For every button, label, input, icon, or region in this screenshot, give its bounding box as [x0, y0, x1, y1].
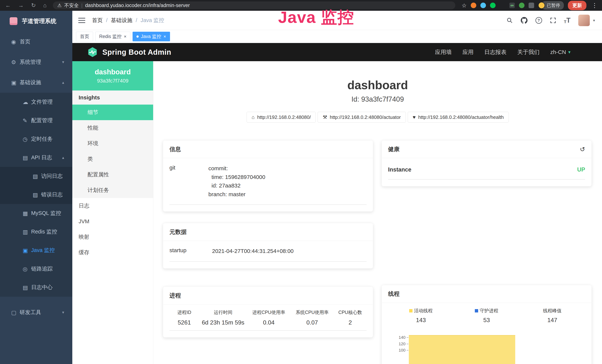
profile-avatar[interactable]	[538, 2, 545, 9]
instance-link-actuator[interactable]: ⚒ http://192.168.0.2:48080/actuator	[318, 112, 406, 123]
browser-nav-controls: ← → ↻ ⌂	[3, 3, 46, 8]
avatar[interactable]	[578, 15, 590, 26]
sidebar-item-scheduled-tasks[interactable]: ◷ 定时任务	[0, 130, 72, 148]
sba-nav-applications[interactable]: 应用	[462, 48, 473, 56]
forward-icon[interactable]: →	[18, 3, 24, 8]
sidebar-item-file-mgmt[interactable]: ☁ 文件管理	[0, 93, 72, 111]
sidebar-item-redis-monitor[interactable]: ▥ Redis 监控	[0, 223, 72, 241]
sidebar-item-dev-tools[interactable]: ▢ 研发工具 ▾	[0, 302, 72, 323]
sba-item-details[interactable]: 细节	[72, 105, 153, 120]
sba-app-header[interactable]: dashboard 93a3fc7f7409	[72, 61, 153, 90]
extension-icon-grid[interactable]	[500, 3, 505, 8]
extension-icon-2[interactable]	[480, 3, 486, 8]
wrench-icon: ⚒	[322, 114, 327, 120]
tab-redis-monitor[interactable]: Redis 监控 ×	[95, 32, 130, 41]
clock-icon: ◷	[23, 136, 31, 142]
sba-nav-wallboard[interactable]: 应用墙	[435, 48, 452, 56]
hamburger-icon[interactable]	[78, 18, 85, 23]
document-icon: ▤	[23, 284, 31, 291]
bookmark-star-icon[interactable]: ☆	[462, 2, 467, 9]
sba-nav-journal[interactable]: 日志报表	[484, 48, 506, 56]
history-icon[interactable]: ↺	[580, 146, 585, 153]
sidebar-item-config-mgmt[interactable]: ✎ 配置管理	[0, 111, 72, 130]
log-icon: ▨	[33, 192, 41, 198]
help-icon[interactable]: ?	[536, 17, 542, 24]
chevron-down-icon: ▾	[62, 60, 64, 64]
sidebar-item-trace[interactable]: ◎ 链路追踪	[0, 260, 72, 278]
sba-locale-select[interactable]: zh-CN ▾	[550, 49, 570, 55]
address-bar[interactable]: ⚠ 不安全 | dashboard.yudao.iocoder.cn/infra…	[53, 1, 455, 9]
search-icon[interactable]	[506, 17, 513, 23]
refresh-icon[interactable]: ↻	[31, 3, 36, 8]
threads-legend: 活动线程 143 守护进程 53 线程峰值 14	[388, 308, 585, 324]
extension-icon-proxy[interactable]: on	[509, 3, 515, 8]
tab-close-icon[interactable]: ×	[163, 34, 166, 39]
sidebar-menu: ◉ 首页 ⚙ 系统管理 ▾ ▣ 基础设施 ▴ ☁ 文件管理 ✎ 配置管理	[0, 32, 72, 323]
sidebar-item-access-logs[interactable]: ▧ 访问日志	[0, 167, 72, 185]
font-size-icon[interactable]: TT	[564, 17, 570, 24]
sba-brand[interactable]: Spring Boot Admin	[87, 47, 171, 57]
breadcrumb-current: Java 监控	[140, 17, 164, 24]
sidebar-item-api-logs[interactable]: ▤ API 日志 ▴	[0, 148, 72, 167]
sidebar-item-home[interactable]: ◉ 首页	[0, 32, 72, 52]
sidebar-item-java-monitor[interactable]: ▣ Java 监控	[0, 241, 72, 260]
breadcrumb-home[interactable]: 首页	[92, 17, 103, 24]
instance-link-health[interactable]: ♥ http://192.168.0.2:48080/actuator/heal…	[408, 112, 509, 123]
gear-icon: ⚙	[11, 59, 20, 65]
legend-active-threads: 活动线程 143	[388, 308, 454, 324]
extension-icon-1[interactable]	[471, 3, 476, 8]
monitor-icon: ▣	[11, 79, 20, 86]
legend-peak-threads: 线程峰值 147	[519, 308, 585, 324]
browser-toolbar-right: ☆ on 已暂停 更新 ⋮	[462, 1, 599, 10]
sidebar-item-error-logs[interactable]: ▨ 错误日志	[0, 185, 72, 204]
sba-item-scheduled-tasks[interactable]: 计划任务	[72, 182, 153, 198]
metadata-row-startup: startup 2021-04-27T00:44:31.254+08:00	[170, 246, 366, 262]
sidebar-item-log-center[interactable]: ▤ 日志中心	[0, 278, 72, 297]
sba-item-config-props[interactable]: 配置属性	[72, 167, 153, 182]
extension-icon-3[interactable]	[490, 3, 495, 8]
sidebar-item-infrastructure[interactable]: ▣ 基础设施 ▴	[0, 72, 72, 93]
sba-sidebar: dashboard 93a3fc7f7409 Insights 细节 性能 环境…	[72, 61, 153, 364]
sidebar-item-system-mgmt[interactable]: ⚙ 系统管理 ▾	[0, 52, 72, 72]
logo-image	[10, 17, 17, 25]
tab-close-icon[interactable]: ×	[124, 34, 127, 39]
instance-link-root[interactable]: ⌂ http://192.168.0.2:48080/	[247, 112, 316, 123]
tab-java-monitor[interactable]: Java 监控 ×	[133, 32, 170, 41]
sba-nav-about[interactable]: 关于我们	[517, 48, 539, 56]
update-button[interactable]: 更新	[568, 1, 586, 10]
back-icon[interactable]: ←	[5, 3, 11, 8]
sba-item-environment[interactable]: 环境	[72, 136, 153, 151]
browser-menu-icon[interactable]: ⋮	[591, 2, 599, 9]
sba-item-classes[interactable]: 类	[72, 151, 153, 167]
document-icon: ▤	[23, 154, 31, 161]
sba-item-performance[interactable]: 性能	[72, 120, 153, 136]
extension-icon-leaf[interactable]	[519, 3, 525, 8]
sba-item-caches[interactable]: 缓存	[72, 245, 153, 260]
github-icon[interactable]	[521, 17, 528, 24]
breadcrumb-infrastructure[interactable]: 基础设施	[111, 17, 132, 24]
sba-item-jvm[interactable]: JVM	[72, 214, 153, 229]
url-text[interactable]: dashboard.yudao.iocoder.cn/infra/admin-s…	[85, 3, 190, 8]
heart-icon: ♥	[413, 114, 416, 120]
health-instance-row[interactable]: Instance UP	[388, 163, 585, 180]
dashboard-icon: ◉	[11, 39, 20, 45]
edit-icon: ✎	[23, 117, 31, 124]
omnibox-divider: |	[81, 3, 83, 8]
extensions-puzzle-icon[interactable]	[528, 3, 534, 8]
process-table-header: 进程ID 运行时间 进程CPU使用率 系统CPU使用率 CPU核心数	[170, 309, 366, 315]
home-icon: ⌂	[252, 114, 255, 120]
profile-chip[interactable]: 已暂停	[538, 1, 564, 10]
app-logo[interactable]: 芋道管理系统	[0, 11, 72, 32]
security-label[interactable]: 不安全	[64, 2, 79, 9]
sidebar-item-mysql-monitor[interactable]: ▦ MySQL 监控	[0, 204, 72, 223]
avatar-caret-icon[interactable]: ▾	[593, 18, 595, 23]
sba-header: Spring Boot Admin 应用墙 应用 日志报表 关于我们 zh-CN…	[72, 43, 602, 61]
fullscreen-icon[interactable]	[550, 17, 556, 23]
tab-home[interactable]: 首页	[76, 32, 93, 41]
sba-item-logfile[interactable]: 日志	[72, 198, 153, 214]
browser-home-icon[interactable]: ⌂	[43, 3, 46, 8]
cards-column-right: 健康 ↺ Instance UP	[382, 140, 592, 364]
sync-paused-badge[interactable]: 已暂停	[542, 1, 564, 10]
sba-item-mappings[interactable]: 映射	[72, 229, 153, 245]
cards-grid: 信息 git commit: time: 1596289704000 id: 2…	[153, 140, 602, 364]
